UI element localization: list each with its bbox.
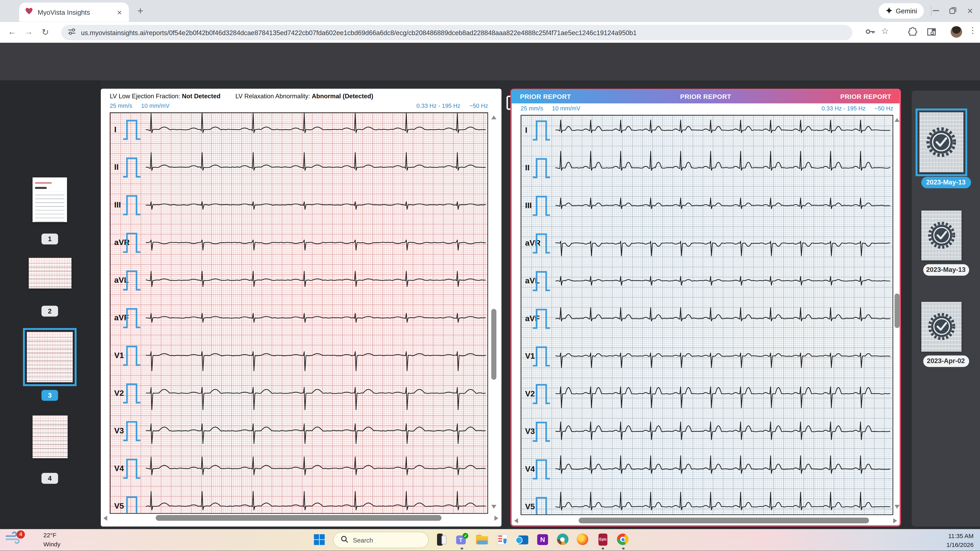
page-number-badge-4[interactable]: 4 [41, 473, 58, 484]
pages-sidebar: 1234 [0, 80, 101, 529]
forward-icon[interactable]: → [23, 27, 35, 36]
clock-time: 11:35 AM [948, 532, 974, 539]
page-thumbnail-3[interactable] [27, 332, 73, 382]
browser-toolbar: ← → ↻ us.myovistainsights.ai/reports/0f5… [0, 22, 980, 43]
prior-report-thumbnail-2023-May-13[interactable] [920, 112, 964, 172]
extensions-puzzle-icon[interactable] [908, 27, 918, 39]
prior-report-thumbnail-2023-Apr-02[interactable] [921, 302, 961, 352]
start-button[interactable] [314, 534, 325, 548]
scroll-left-arrow[interactable] [103, 516, 107, 521]
horizontal-scrollbar-thumb[interactable] [156, 515, 442, 520]
prior-report-banner-label: PRIOR REPORT [520, 93, 571, 100]
prior-report-date-label[interactable]: 2023-May-13 [921, 177, 971, 188]
scroll-up-arrow[interactable] [894, 118, 899, 122]
svg-text:V5: V5 [525, 502, 535, 511]
chrome-icon[interactable] [617, 533, 630, 546]
prior-report-date-label[interactable]: 2023-May-13 [923, 264, 969, 276]
ecg-traces: IIIIIIaVRaVLaVFV1V2V3V4V5 [110, 113, 488, 514]
outlook-icon[interactable] [516, 533, 529, 546]
reload-icon[interactable]: ↻ [40, 27, 51, 37]
browser-tab-strip: MyoVista Insights × + Gemini × [0, 0, 980, 22]
site-favicon-heart-icon [25, 6, 33, 18]
address-bar[interactable]: us.myovistainsights.ai/reports/0f54e2b0f… [61, 25, 853, 40]
page-number-badge-1[interactable]: 1 [41, 234, 58, 244]
screen: MyoVista Insights × + Gemini × ← → ↻ [0, 0, 980, 551]
back-icon[interactable]: ← [6, 27, 18, 36]
svg-text:V3: V3 [114, 426, 124, 435]
scroll-right-arrow[interactable] [495, 516, 498, 521]
svg-text:V4: V4 [114, 464, 124, 473]
app-toolbar: Zoom Confirm PDF [0, 43, 980, 81]
window-restore-button[interactable] [944, 0, 961, 21]
finding-label: LV Relaxation Abnormality: [235, 92, 310, 100]
scroll-left-arrow[interactable] [514, 518, 518, 523]
prior-ecg-chart[interactable]: IIIIIIaVRaVLaVFV1V2V3V4V5 [520, 115, 893, 515]
finding-value: Abnormal (Detected) [312, 92, 373, 100]
prior-reports-sidebar: 2023-May-132023-May-132023-Apr-02 [912, 91, 980, 527]
reading-mode-icon[interactable] [926, 27, 937, 40]
page-thumbnail-1[interactable] [32, 177, 67, 222]
scroll-right-arrow[interactable] [893, 518, 897, 523]
file-explorer-icon[interactable] [476, 533, 489, 546]
firefox-icon[interactable] [576, 533, 590, 546]
browser-tab[interactable]: MyoVista Insights × [19, 3, 129, 22]
confirmed-seal-icon [926, 217, 956, 254]
new-tab-button[interactable]: + [134, 5, 147, 17]
password-key-icon[interactable] [865, 27, 875, 39]
vertical-scrollbar-thumb[interactable] [491, 309, 496, 380]
bookmark-star-icon[interactable]: ☆ [881, 25, 889, 36]
profile-avatar[interactable] [951, 26, 962, 38]
gain-value: 10 mm/mV [552, 105, 580, 112]
page-number-badge-3[interactable]: 3 [41, 390, 58, 401]
prior-report-date-label[interactable]: 2023-Apr-02 [923, 355, 969, 367]
finding-label: LV Low Ejection Fraction: [110, 92, 180, 100]
page-number-badge-2[interactable]: 2 [41, 306, 58, 317]
running-app-indicator [602, 547, 605, 549]
gemini-spark-icon [886, 7, 892, 15]
tab-close-icon[interactable]: × [116, 8, 123, 16]
svg-text:V1: V1 [525, 351, 535, 360]
svg-text:I: I [525, 126, 527, 134]
horizontal-scrollbar-thumb[interactable] [579, 517, 869, 523]
svg-text:aVR: aVR [525, 238, 541, 247]
svg-text:II: II [114, 162, 119, 171]
page-thumbnail-4[interactable] [32, 416, 67, 459]
search-icon [341, 535, 348, 544]
confirmed-seal-icon [925, 119, 958, 165]
svg-text:V4: V4 [525, 464, 535, 473]
site-settings-icon[interactable] [68, 27, 76, 38]
scroll-down-arrow[interactable] [894, 505, 899, 509]
running-app-indicator [461, 547, 463, 549]
paint-icon[interactable] [496, 533, 509, 546]
phone-link-icon[interactable] [435, 533, 449, 546]
page-thumbnail-2[interactable] [29, 258, 71, 288]
scroll-up-arrow[interactable] [491, 115, 496, 119]
onenote-icon[interactable]: N [536, 533, 549, 546]
teams-icon[interactable]: T✓ [455, 533, 469, 546]
window-close-button[interactable]: × [961, 0, 978, 21]
taskbar-search[interactable]: Search [333, 532, 429, 548]
weather-text: 22°F Windy [43, 531, 60, 548]
scroll-down-arrow[interactable] [491, 505, 496, 509]
current-ecg-chart[interactable]: IIIIIIaVRaVLaVFV1V2V3V4V5 [110, 112, 488, 514]
band-filter-value: 0.33 Hz - 195 Hz [417, 103, 460, 109]
weather-condition: Windy [43, 540, 60, 547]
notch-filter-value: ~50 Hz [875, 105, 893, 112]
taskbar-clock[interactable]: 11:35 AM 1/16/2026 [946, 532, 974, 549]
weather-widget[interactable]: 4 22°F Windy [5, 531, 60, 548]
svg-text:V2: V2 [525, 389, 535, 398]
vertical-scrollbar-thumb[interactable] [894, 294, 899, 328]
temperature: 22°F [43, 532, 56, 539]
prior-report-thumbnail-2023-May-13[interactable] [921, 210, 961, 260]
taskbar: 4 22°F Windy Search T✓NEpic 11:35 AM 1/1… [0, 529, 980, 551]
window-minimize-button[interactable] [927, 0, 944, 21]
prior-report-banner: PRIOR REPORT PRIOR REPORT PRIOR REPORT [512, 90, 900, 104]
svg-text:I: I [114, 125, 116, 134]
camera-icon[interactable] [556, 533, 570, 546]
browser-menu-kebab-icon[interactable]: ⋮ [969, 25, 977, 35]
svg-text:V2: V2 [114, 389, 124, 397]
epic-icon[interactable]: Epic [597, 533, 610, 546]
svg-text:aVF: aVF [525, 314, 539, 323]
gemini-button[interactable]: Gemini [878, 3, 924, 19]
gain-value: 10 mm/mV [141, 103, 170, 109]
